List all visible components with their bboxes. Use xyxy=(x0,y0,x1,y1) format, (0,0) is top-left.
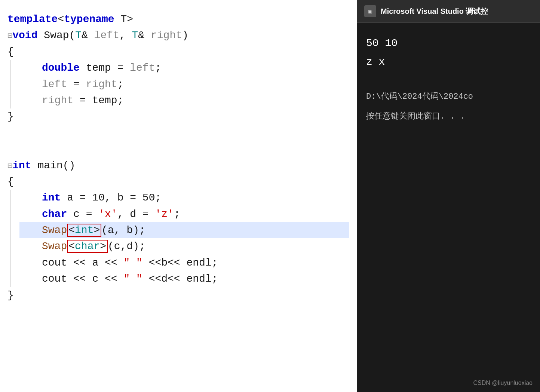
code-content: template<typename T> ⊟void Swap(T& left,… xyxy=(7,11,349,303)
collapse-icon-2: ⊟ xyxy=(7,162,12,171)
console-path: D:\代码\2024代码\2024co xyxy=(366,91,531,103)
line-void-swap: ⊟void Swap(T& left, T& right) xyxy=(7,27,349,43)
line-double-temp: double temp = left; xyxy=(19,60,349,76)
console-body: 50 10 z x D:\代码\2024代码\2024co 按任意键关闭此窗口.… xyxy=(357,23,540,219)
console-press-key: 按任意键关闭此窗口. . . xyxy=(366,110,531,123)
line-brace-open-1: { xyxy=(7,44,349,60)
template-int-box: <int> xyxy=(67,224,101,237)
template-char-box: <char> xyxy=(67,240,108,253)
line-blank-2 xyxy=(7,141,349,157)
function-body-1: double temp = left; left = right; right … xyxy=(7,60,349,108)
line-blank-1 xyxy=(7,125,349,141)
collapse-icon: ⊟ xyxy=(7,31,12,41)
keyword-int-2: int xyxy=(42,192,61,203)
function-body-2: int a = 10, b = 50; char c = 'x', d = 'z… xyxy=(7,190,349,287)
keyword-right: right xyxy=(151,30,182,41)
body-lines-2: int a = 10, b = 50; char c = 'x', d = 'z… xyxy=(19,190,349,287)
body-lines-1: double temp = left; left = right; right … xyxy=(19,60,349,108)
console-output-2: z x xyxy=(366,53,531,71)
keyword-template: template xyxy=(7,13,58,25)
console-output-1: 50 10 xyxy=(366,34,531,53)
line-brace-open-2: { xyxy=(7,174,349,190)
line-swap-char: Swap<char>(c,d); xyxy=(19,238,349,254)
line-template: template<typename T> xyxy=(7,11,349,27)
line-swap-int: Swap<int>(a, b); xyxy=(19,222,349,238)
vline-2 xyxy=(10,190,16,287)
vline-1 xyxy=(10,60,16,108)
code-editor: template<typename T> ⊟void Swap(T& left,… xyxy=(0,0,357,392)
line-right-assign: right = temp; xyxy=(19,92,349,108)
line-cout-cd: cout << c << " " <<d<< endl; xyxy=(19,271,349,287)
console-icon: ▣ xyxy=(364,5,376,17)
line-brace-close-1: } xyxy=(7,108,349,125)
line-brace-close-2: } xyxy=(7,287,349,303)
line-int-ab: int a = 10, b = 50; xyxy=(19,190,349,206)
watermark: CSDN @liuyunluoxiao xyxy=(473,380,533,386)
line-char-cd: char c = 'x', d = 'z'; xyxy=(19,206,349,222)
line-left-assign: left = right; xyxy=(19,76,349,92)
console-header: ▣ Microsoft Visual Studio 调试控 xyxy=(357,0,540,23)
console-title: Microsoft Visual Studio 调试控 xyxy=(381,6,488,16)
line-int-main: ⊟int main() xyxy=(7,157,349,174)
keyword-int: int xyxy=(12,160,31,171)
console-panel: ▣ Microsoft Visual Studio 调试控 50 10 z x … xyxy=(357,0,540,392)
console-spacer xyxy=(366,72,531,83)
line-cout-ab: cout << a << " " <<b<< endl; xyxy=(19,255,349,271)
